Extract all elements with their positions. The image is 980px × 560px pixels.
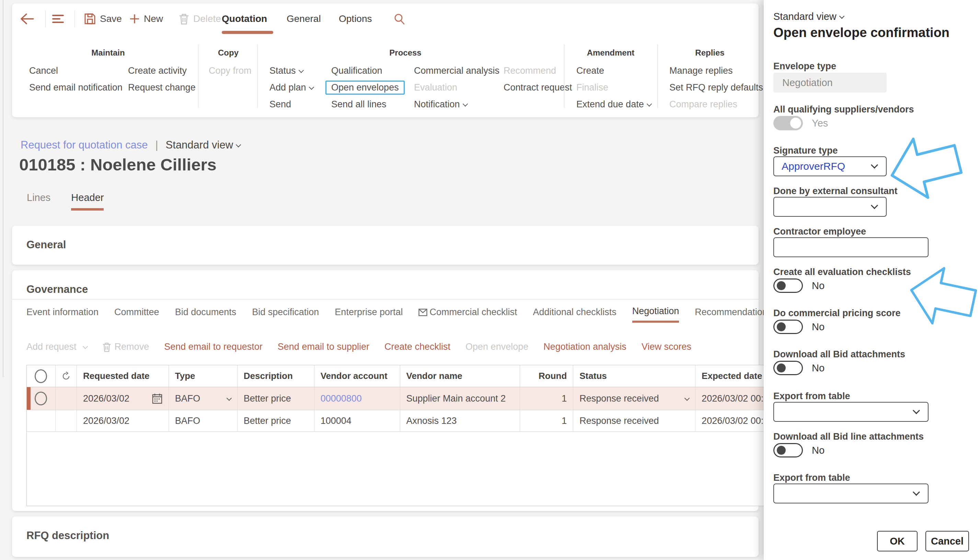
ribbon-tab-options[interactable]: Options	[339, 3, 372, 34]
add-request-menu-button[interactable]: Add request	[27, 342, 87, 352]
evaluation-button[interactable]: Evaluation	[414, 79, 500, 96]
do-commercial-pricing-score-toggle[interactable]	[773, 320, 803, 334]
tab-event-information[interactable]: Event information	[27, 306, 99, 323]
contractor-employee-input[interactable]	[773, 237, 928, 257]
open-envelopes-button[interactable]: Open envelopes	[331, 79, 405, 96]
ok-button[interactable]: OK	[877, 531, 918, 552]
tab-lines[interactable]: Lines	[27, 192, 50, 210]
create-checklist-button[interactable]: Create checklist	[385, 342, 450, 352]
recommend-button[interactable]: Recommend	[503, 62, 572, 79]
column-header-type[interactable]: Type	[169, 365, 237, 387]
section-rfq-description[interactable]: RFQ description	[12, 517, 759, 557]
cell-status[interactable]: Response received	[573, 387, 696, 410]
manage-replies-button[interactable]: Manage replies	[669, 62, 763, 79]
breadcrumb-link[interactable]: Request for quotation case	[21, 139, 148, 151]
cell-vendor-name[interactable]: Supplier Main account 2	[400, 387, 520, 410]
export-from-table-dropdown-1[interactable]	[773, 402, 928, 422]
notification-menu-button[interactable]: Notification	[414, 96, 500, 113]
grid-row-selected[interactable]: 2026/03/02 BAFO	[27, 387, 764, 410]
send-email-to-requestor-button[interactable]: Send email to requestor	[164, 342, 263, 352]
cell-vendor-account[interactable]: 100004	[314, 410, 400, 432]
column-header-round[interactable]: Round	[520, 365, 573, 387]
chevron-down-icon	[913, 488, 920, 495]
column-header-status[interactable]: Status	[573, 365, 696, 387]
cell-vendor-name[interactable]: Axnosis 123	[400, 410, 520, 432]
send-all-lines-button[interactable]: Send all lines	[331, 96, 405, 113]
column-header-vendor-name[interactable]: Vendor name	[400, 365, 520, 387]
send-button[interactable]: Send	[269, 96, 313, 113]
row-select-cell[interactable]	[27, 387, 55, 410]
tab-bid-specification[interactable]: Bid specification	[252, 306, 319, 323]
download-all-bid-attachments-toggle[interactable]	[773, 361, 803, 375]
create-all-evaluation-checklists-toggle[interactable]	[773, 278, 803, 293]
negotiation-analysis-button[interactable]: Negotiation analysis	[544, 342, 626, 352]
tab-recommendation[interactable]: Recommendation	[695, 306, 764, 323]
view-selector[interactable]: Standard view	[166, 139, 240, 151]
copy-from-button[interactable]: Copy from	[209, 62, 252, 79]
download-all-bid-line-attachments-toggle[interactable]	[773, 443, 803, 457]
column-header-requested-date[interactable]: Requested date	[77, 365, 169, 387]
expand-menu-button[interactable]	[52, 3, 64, 34]
delete-button[interactable]: Delete	[179, 3, 221, 34]
cell-vendor-account-link[interactable]: 00000800	[314, 387, 400, 410]
tab-additional-checklists[interactable]: Additional checklists	[533, 306, 617, 323]
send-email-to-supplier-button[interactable]: Send email to supplier	[278, 342, 370, 352]
set-rfq-reply-defaults-button[interactable]: Set RFQ reply defaults	[669, 79, 763, 96]
cell-status[interactable]: Response received	[573, 410, 696, 432]
save-button[interactable]: Save	[84, 3, 122, 34]
compare-replies-button[interactable]: Compare replies	[669, 96, 763, 113]
cell-requested-date[interactable]: 2026/03/02	[77, 387, 169, 410]
new-button[interactable]: New	[129, 3, 163, 34]
qualification-button[interactable]: Qualification	[331, 62, 405, 79]
remove-button[interactable]: Remove	[102, 342, 149, 352]
column-header-expected-date[interactable]: Expected date	[696, 365, 764, 387]
tab-header[interactable]: Header	[71, 192, 104, 210]
add-plan-menu-button[interactable]: Add plan	[269, 79, 313, 96]
cell-round[interactable]: 1	[520, 410, 573, 432]
tab-commercial-checklist[interactable]: Commercial checklist	[418, 306, 517, 323]
cell-requested-date[interactable]: 2026/03/02	[77, 410, 169, 432]
tab-enterprise-portal[interactable]: Enterprise portal	[334, 306, 403, 323]
cell-type[interactable]: BAFO	[169, 410, 237, 432]
all-qualifying-toggle[interactable]	[773, 116, 803, 130]
open-envelope-button[interactable]: Open envelope	[465, 342, 528, 352]
cell-description[interactable]: Better price	[237, 410, 314, 432]
cell-expected-date[interactable]: 2026/03/02 00:	[696, 410, 764, 432]
cell-expected-date[interactable]: 2026/03/02 00:	[696, 387, 764, 410]
back-button[interactable]	[20, 3, 34, 34]
tab-committee[interactable]: Committee	[114, 306, 159, 323]
signature-type-dropdown[interactable]: ApproverRFQ	[773, 157, 886, 176]
grid-row[interactable]: 2026/03/02 BAFO Better price 100004 Axno…	[27, 410, 764, 432]
cell-round[interactable]: 1	[520, 387, 573, 410]
commercial-analysis-button[interactable]: Commercial analysis	[414, 62, 500, 79]
tab-negotiation[interactable]: Negotiation	[632, 306, 679, 323]
select-all-column-header[interactable]	[27, 365, 55, 387]
create-amendment-button[interactable]: Create	[576, 62, 651, 79]
row-select-cell[interactable]	[27, 410, 55, 432]
column-header-vendor-account[interactable]: Vendor account	[314, 365, 400, 387]
column-header-description[interactable]: Description	[237, 365, 314, 387]
refresh-column-header[interactable]	[55, 365, 77, 387]
export-from-table-dropdown-2[interactable]	[773, 483, 928, 503]
send-email-notification-button[interactable]: Send email notification	[29, 79, 122, 96]
cell-description[interactable]: Better price	[237, 387, 314, 410]
cancel-button[interactable]: Cancel	[29, 62, 122, 79]
ribbon-tab-general[interactable]: General	[287, 3, 321, 34]
done-by-external-consultant-dropdown[interactable]	[773, 197, 886, 217]
finalise-button[interactable]: Finalise	[576, 79, 651, 96]
calendar-icon[interactable]	[152, 393, 162, 404]
search-button[interactable]	[393, 3, 405, 34]
tab-bid-documents[interactable]: Bid documents	[175, 306, 236, 323]
view-scores-button[interactable]: View scores	[642, 342, 691, 352]
status-menu-button[interactable]: Status	[269, 62, 313, 79]
section-general[interactable]: General	[12, 226, 759, 265]
contract-request-button[interactable]: Contract request	[503, 79, 572, 96]
request-change-button[interactable]: Request change	[128, 79, 196, 96]
create-activity-button[interactable]: Create activity	[128, 62, 196, 79]
toolbar-divider	[45, 10, 46, 27]
panel-view-selector[interactable]: Standard view	[773, 11, 844, 22]
extend-due-date-menu-button[interactable]: Extend due date	[576, 96, 651, 113]
cell-type[interactable]: BAFO	[169, 387, 237, 410]
cancel-button[interactable]: Cancel	[925, 531, 969, 552]
ribbon-tab-quotation[interactable]: Quotation	[222, 3, 267, 34]
